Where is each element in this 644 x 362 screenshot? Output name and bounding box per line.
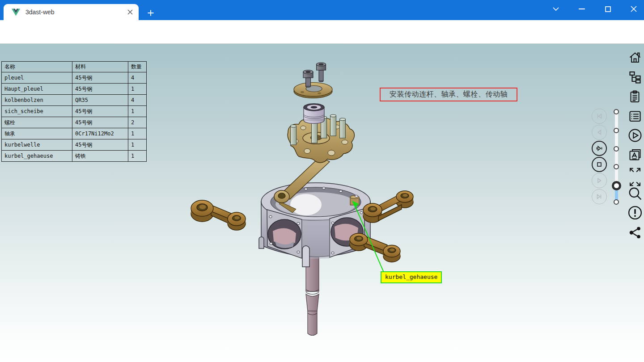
cell-qty: 1: [128, 151, 147, 162]
annotation-toggle-button[interactable]: [628, 147, 642, 162]
cell-name: 螺栓: [2, 117, 72, 128]
play-circle-icon: [628, 128, 642, 143]
steps-list-button[interactable]: [628, 109, 642, 123]
cell-name: kurbel_gehaeuse: [2, 151, 72, 162]
cell-qty: 2: [128, 117, 147, 128]
table-row: 螺栓45号钢2: [2, 117, 147, 128]
bom-table: 名称 材料 数量 pleuel45号钢4 Haupt_pleuel45号钢1 k…: [1, 61, 147, 162]
clipboard-list-button[interactable]: [628, 89, 642, 104]
maximize-icon: [605, 6, 611, 12]
cell-material: 45号钢: [72, 106, 128, 117]
part-kurbelwelle-shaft[interactable]: [306, 256, 319, 336]
zoom-icon: [628, 186, 642, 201]
warning-circle-icon: [628, 206, 642, 220]
skip-start-icon: [596, 113, 603, 120]
annotation-icon: [628, 148, 642, 161]
zoom-button[interactable]: [628, 186, 642, 201]
table-row: Haupt_pleuel45号钢1: [2, 84, 147, 95]
window-chevron-button[interactable]: [546, 2, 566, 16]
fullscreen-button[interactable]: [628, 166, 642, 188]
bom-header-material: 材料: [72, 62, 128, 72]
new-tab-button[interactable]: [145, 7, 157, 19]
cell-qty: 4: [128, 72, 147, 84]
skip-to-end-button[interactable]: [592, 189, 607, 204]
close-icon: [127, 9, 133, 15]
bom-header-row: 名称 材料 数量: [2, 62, 147, 72]
step-play-button[interactable]: [592, 141, 607, 156]
cell-name: sich_scheibe: [2, 106, 72, 117]
home-view-button[interactable]: [628, 51, 642, 65]
home-icon: [628, 51, 642, 64]
minimize-icon: [579, 8, 585, 10]
table-row: 轴承0Cr17Ni12Mo21: [2, 128, 147, 139]
share-nodes-icon: [628, 226, 642, 239]
table-row: kolbenbolzenQR354: [2, 95, 147, 106]
steps-list-icon: [628, 109, 642, 123]
assembly-tree-icon: [628, 70, 642, 84]
cell-material: 铸铁: [72, 151, 128, 162]
cell-material: 0Cr17Ni12Mo2: [72, 128, 128, 139]
slider-tick: [614, 109, 619, 114]
cell-material: 45号钢: [72, 72, 128, 84]
play-button[interactable]: [592, 173, 607, 188]
play-animation-button[interactable]: [628, 128, 642, 143]
cell-qty: 1: [128, 84, 147, 95]
part-pleuel-right-upper[interactable]: [363, 191, 413, 223]
clipboard-list-icon: [628, 90, 642, 103]
browser-tabbar: 3dast-web: [0, 0, 644, 20]
play-icon: [596, 177, 603, 184]
cell-name: kolbenbolzen: [2, 95, 72, 106]
skip-to-start-button[interactable]: [592, 109, 607, 124]
part-bearing[interactable]: [304, 104, 324, 124]
tab-title: 3dast-web: [25, 8, 126, 16]
maximize-button[interactable]: [597, 2, 618, 16]
cell-material: 45号钢: [72, 117, 128, 128]
part-pleuel-left[interactable]: [191, 200, 246, 230]
cell-material: QR35: [72, 95, 128, 106]
part-label[interactable]: kurbel_gehaeuse: [381, 271, 442, 283]
vue-logo-icon: [12, 8, 20, 16]
fullscreen-icon: [628, 166, 642, 188]
step-back-button[interactable]: [592, 125, 607, 140]
cell-qty: 1: [128, 106, 147, 117]
cell-name: kurbelwelle: [2, 139, 72, 151]
slider-tick: [614, 164, 619, 169]
stop-icon: [596, 161, 603, 168]
table-row: kurbelwelle45号钢1: [2, 139, 147, 151]
slider-tick: [614, 128, 619, 133]
part-pleuel-right-lower[interactable]: [350, 233, 400, 262]
share-model-button[interactable]: [628, 225, 642, 240]
slider-tick: [614, 146, 619, 152]
table-row: pleuel45号钢4: [2, 72, 147, 84]
slider-tick: [614, 199, 619, 205]
bom-header-qty: 数量: [128, 62, 147, 72]
step-play-icon: [596, 145, 603, 152]
cell-qty: 1: [128, 128, 147, 139]
skip-end-icon: [596, 193, 603, 200]
progress-slider-thumb[interactable]: [612, 181, 621, 190]
cell-name: Haupt_pleuel: [2, 84, 72, 95]
info-warning-button[interactable]: [628, 206, 642, 220]
chevron-down-icon: [552, 6, 559, 12]
cell-name: 轴承: [2, 128, 72, 139]
close-icon: [631, 6, 637, 12]
step-back-icon: [596, 129, 603, 136]
table-row: sich_scheibe45号钢1: [2, 106, 147, 117]
part-sich-scheibe-washer[interactable]: [294, 83, 332, 98]
browser-tab[interactable]: 3dast-web: [4, 4, 139, 20]
table-row: kurbel_gehaeuse铸铁1: [2, 151, 147, 162]
window-close-button[interactable]: [623, 2, 644, 16]
watermark: hyolnc.com: [589, 351, 640, 361]
cell-qty: 1: [128, 139, 147, 151]
assembly-tree-button[interactable]: [628, 70, 642, 84]
cell-name: pleuel: [2, 72, 72, 84]
model-viewer-canvas[interactable]: 名称 材料 数量 pleuel45号钢4 Haupt_pleuel45号钢1 k…: [0, 44, 644, 362]
minimize-button[interactable]: [572, 2, 592, 16]
browser-toolbar: 不安全 | 192.168.30.157:11182/index.html?vi…: [0, 20, 644, 44]
stop-button[interactable]: [592, 157, 607, 172]
plus-icon: [147, 9, 154, 17]
step-annotation: 安装传动连杆、轴承、螺栓、传动轴: [380, 88, 517, 101]
bom-header-name: 名称: [2, 62, 72, 72]
tab-close-button[interactable]: [126, 8, 134, 16]
cell-material: 45号钢: [72, 84, 128, 95]
